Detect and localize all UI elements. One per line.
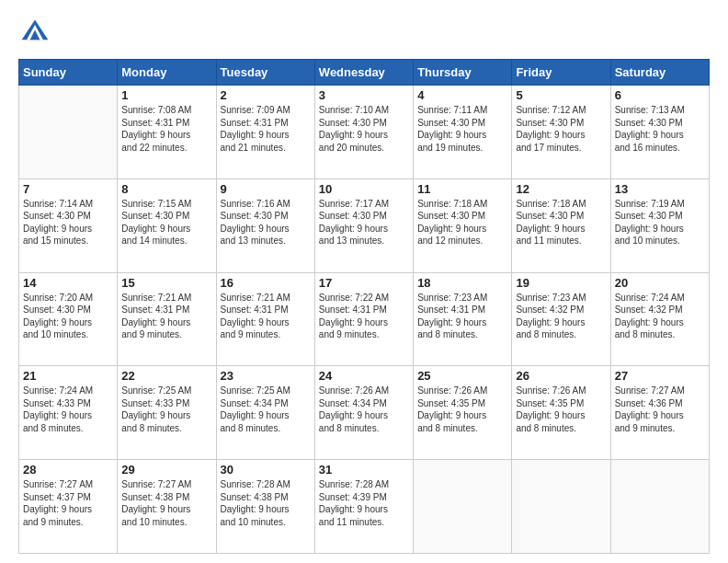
day-info: Sunrise: 7:18 AM Sunset: 4:30 PM Dayligh…	[417, 198, 507, 247]
day-info: Sunrise: 7:15 AM Sunset: 4:30 PM Dayligh…	[121, 198, 211, 247]
page: SundayMondayTuesdayWednesdayThursdayFrid…	[0, 0, 728, 563]
calendar-cell: 1Sunrise: 7:08 AM Sunset: 4:31 PM Daylig…	[118, 86, 216, 179]
calendar-cell: 8Sunrise: 7:15 AM Sunset: 4:30 PM Daylig…	[118, 178, 216, 272]
calendar-cell: 9Sunrise: 7:16 AM Sunset: 4:30 PM Daylig…	[216, 178, 314, 272]
day-info: Sunrise: 7:23 AM Sunset: 4:31 PM Dayligh…	[417, 292, 507, 341]
calendar-cell: 2Sunrise: 7:09 AM Sunset: 4:31 PM Daylig…	[216, 86, 314, 179]
calendar-week-row: 14Sunrise: 7:20 AM Sunset: 4:30 PM Dayli…	[19, 272, 710, 366]
day-info: Sunrise: 7:28 AM Sunset: 4:38 PM Dayligh…	[221, 478, 311, 528]
day-number: 28	[23, 463, 113, 477]
calendar-cell: 20Sunrise: 7:24 AM Sunset: 4:32 PM Dayli…	[610, 272, 709, 366]
day-info: Sunrise: 7:27 AM Sunset: 4:37 PM Dayligh…	[23, 478, 113, 528]
calendar-cell: 13Sunrise: 7:19 AM Sunset: 4:30 PM Dayli…	[610, 178, 709, 272]
day-number: 13	[615, 182, 705, 196]
calendar-cell	[19, 86, 118, 179]
day-info: Sunrise: 7:18 AM Sunset: 4:30 PM Dayligh…	[516, 198, 606, 247]
day-info: Sunrise: 7:22 AM Sunset: 4:31 PM Dayligh…	[319, 292, 409, 341]
day-number: 18	[417, 276, 507, 290]
calendar-cell: 5Sunrise: 7:12 AM Sunset: 4:30 PM Daylig…	[512, 86, 610, 179]
calendar-cell: 25Sunrise: 7:26 AM Sunset: 4:35 PM Dayli…	[414, 366, 512, 460]
day-info: Sunrise: 7:28 AM Sunset: 4:39 PM Dayligh…	[319, 478, 409, 528]
day-number: 4	[417, 88, 507, 102]
day-info: Sunrise: 7:20 AM Sunset: 4:30 PM Dayligh…	[23, 292, 113, 341]
weekday-header: Monday	[118, 60, 216, 86]
day-number: 10	[319, 182, 409, 196]
weekday-header: Tuesday	[216, 60, 314, 86]
day-number: 16	[221, 276, 311, 290]
day-number: 20	[615, 276, 705, 290]
day-info: Sunrise: 7:21 AM Sunset: 4:31 PM Dayligh…	[221, 292, 311, 341]
day-info: Sunrise: 7:26 AM Sunset: 4:35 PM Dayligh…	[417, 385, 507, 434]
weekday-header: Sunday	[19, 60, 118, 86]
calendar-cell: 11Sunrise: 7:18 AM Sunset: 4:30 PM Dayli…	[414, 178, 512, 272]
day-info: Sunrise: 7:26 AM Sunset: 4:34 PM Dayligh…	[319, 385, 409, 434]
day-number: 27	[615, 369, 705, 383]
calendar-cell: 18Sunrise: 7:23 AM Sunset: 4:31 PM Dayli…	[414, 272, 512, 366]
day-number: 5	[516, 88, 606, 102]
day-number: 23	[221, 369, 311, 383]
calendar-cell: 10Sunrise: 7:17 AM Sunset: 4:30 PM Dayli…	[314, 178, 413, 272]
day-number: 1	[121, 88, 211, 102]
calendar-cell: 24Sunrise: 7:26 AM Sunset: 4:34 PM Dayli…	[314, 366, 413, 460]
day-info: Sunrise: 7:13 AM Sunset: 4:30 PM Dayligh…	[615, 104, 705, 154]
day-number: 3	[319, 88, 409, 102]
day-info: Sunrise: 7:10 AM Sunset: 4:30 PM Dayligh…	[319, 104, 409, 154]
calendar-cell	[414, 460, 512, 554]
calendar-week-row: 7Sunrise: 7:14 AM Sunset: 4:30 PM Daylig…	[19, 178, 710, 272]
day-number: 26	[516, 369, 606, 383]
day-info: Sunrise: 7:24 AM Sunset: 4:32 PM Dayligh…	[615, 292, 705, 341]
day-number: 21	[23, 369, 113, 383]
day-number: 22	[121, 369, 211, 383]
header	[18, 17, 710, 50]
calendar-cell	[512, 460, 610, 554]
day-number: 9	[221, 182, 311, 196]
calendar-cell: 14Sunrise: 7:20 AM Sunset: 4:30 PM Dayli…	[19, 272, 118, 366]
calendar-cell: 29Sunrise: 7:27 AM Sunset: 4:38 PM Dayli…	[118, 460, 216, 554]
day-info: Sunrise: 7:12 AM Sunset: 4:30 PM Dayligh…	[516, 104, 606, 154]
calendar-table: SundayMondayTuesdayWednesdayThursdayFrid…	[18, 59, 710, 554]
calendar-cell: 23Sunrise: 7:25 AM Sunset: 4:34 PM Dayli…	[216, 366, 314, 460]
calendar-cell: 7Sunrise: 7:14 AM Sunset: 4:30 PM Daylig…	[19, 178, 118, 272]
calendar-cell: 22Sunrise: 7:25 AM Sunset: 4:33 PM Dayli…	[118, 366, 216, 460]
day-info: Sunrise: 7:14 AM Sunset: 4:30 PM Dayligh…	[23, 198, 113, 247]
calendar-cell: 15Sunrise: 7:21 AM Sunset: 4:31 PM Dayli…	[118, 272, 216, 366]
calendar-week-row: 21Sunrise: 7:24 AM Sunset: 4:33 PM Dayli…	[19, 366, 710, 460]
calendar-cell: 6Sunrise: 7:13 AM Sunset: 4:30 PM Daylig…	[610, 86, 709, 179]
calendar-cell: 28Sunrise: 7:27 AM Sunset: 4:37 PM Dayli…	[19, 460, 118, 554]
day-number: 29	[121, 463, 211, 477]
weekday-header: Friday	[512, 60, 610, 86]
day-number: 2	[221, 88, 311, 102]
calendar-cell: 17Sunrise: 7:22 AM Sunset: 4:31 PM Dayli…	[314, 272, 413, 366]
day-number: 7	[23, 182, 113, 196]
day-number: 24	[319, 369, 409, 383]
calendar-cell: 19Sunrise: 7:23 AM Sunset: 4:32 PM Dayli…	[512, 272, 610, 366]
weekday-header: Wednesday	[314, 60, 413, 86]
calendar-cell: 3Sunrise: 7:10 AM Sunset: 4:30 PM Daylig…	[314, 86, 413, 179]
day-info: Sunrise: 7:16 AM Sunset: 4:30 PM Dayligh…	[221, 198, 311, 247]
day-info: Sunrise: 7:27 AM Sunset: 4:38 PM Dayligh…	[121, 478, 211, 528]
day-number: 8	[121, 182, 211, 196]
day-number: 30	[221, 463, 311, 477]
day-info: Sunrise: 7:25 AM Sunset: 4:34 PM Dayligh…	[221, 385, 311, 434]
calendar-cell	[610, 460, 709, 554]
calendar-cell: 26Sunrise: 7:26 AM Sunset: 4:35 PM Dayli…	[512, 366, 610, 460]
day-number: 14	[23, 276, 113, 290]
day-info: Sunrise: 7:09 AM Sunset: 4:31 PM Dayligh…	[221, 104, 311, 154]
day-number: 31	[319, 463, 409, 477]
calendar-cell: 31Sunrise: 7:28 AM Sunset: 4:39 PM Dayli…	[314, 460, 413, 554]
calendar-cell: 21Sunrise: 7:24 AM Sunset: 4:33 PM Dayli…	[19, 366, 118, 460]
logo	[18, 17, 55, 50]
day-number: 11	[417, 182, 507, 196]
calendar-cell: 30Sunrise: 7:28 AM Sunset: 4:38 PM Dayli…	[216, 460, 314, 554]
calendar-cell: 4Sunrise: 7:11 AM Sunset: 4:30 PM Daylig…	[414, 86, 512, 179]
day-info: Sunrise: 7:08 AM Sunset: 4:31 PM Dayligh…	[121, 104, 211, 154]
logo-icon	[18, 17, 51, 50]
day-number: 15	[121, 276, 211, 290]
day-info: Sunrise: 7:11 AM Sunset: 4:30 PM Dayligh…	[417, 104, 507, 154]
day-info: Sunrise: 7:19 AM Sunset: 4:30 PM Dayligh…	[615, 198, 705, 247]
day-info: Sunrise: 7:27 AM Sunset: 4:36 PM Dayligh…	[615, 385, 705, 434]
day-number: 12	[516, 182, 606, 196]
weekday-header: Thursday	[414, 60, 512, 86]
calendar-body: 1Sunrise: 7:08 AM Sunset: 4:31 PM Daylig…	[19, 86, 710, 554]
day-number: 17	[319, 276, 409, 290]
